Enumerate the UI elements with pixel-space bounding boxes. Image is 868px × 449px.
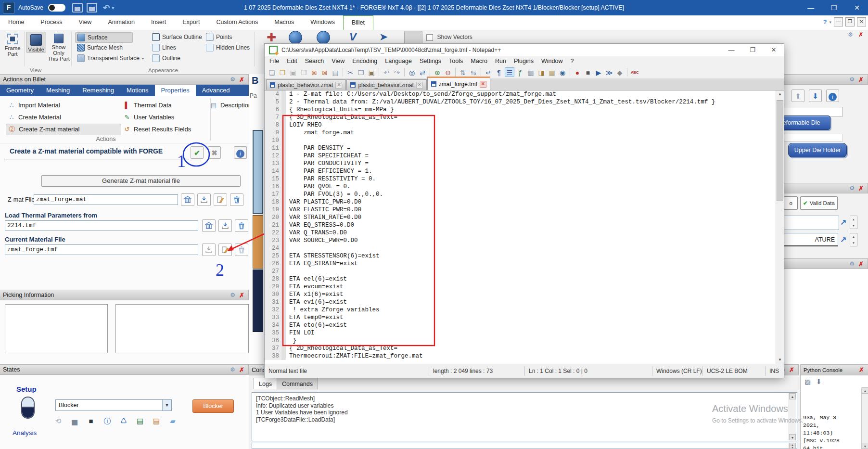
viewport-state-icon[interactable]: ■ bbox=[86, 416, 96, 426]
notepad-menu-item[interactable]: Settings bbox=[416, 56, 445, 66]
die-part-navy[interactable] bbox=[253, 269, 263, 332]
show-only-this-part-button[interactable]: Show Only This Part bbox=[47, 32, 70, 62]
expand-icon[interactable]: ↗ bbox=[840, 235, 846, 244]
confirm-button[interactable]: ✔ bbox=[191, 146, 204, 159]
scroll-up-icon[interactable]: ▲ bbox=[776, 90, 784, 98]
notepad-menu-item[interactable]: File bbox=[266, 56, 283, 66]
frame-part-button[interactable]: Frame Part bbox=[3, 32, 22, 57]
save-icon[interactable]: ▣ bbox=[288, 67, 298, 77]
panel-options-icon[interactable]: ⚙ bbox=[230, 76, 235, 83]
panel-options-icon[interactable]: ⚙ bbox=[849, 76, 855, 83]
panel-close-icon[interactable]: ✗ bbox=[239, 366, 244, 373]
indent-guide-icon[interactable]: ☰ bbox=[505, 67, 514, 77]
actions-tab[interactable]: Advanced bbox=[196, 85, 236, 96]
copy-icon[interactable]: ❐ bbox=[356, 67, 366, 77]
surface-button[interactable]: Surface bbox=[75, 32, 133, 43]
upper-die-holder-button[interactable]: Upper Die Holder bbox=[788, 143, 847, 157]
mdi-close-icon[interactable]: ✕ bbox=[857, 17, 866, 26]
export-excel-icon[interactable]: ▤ bbox=[135, 416, 145, 426]
tab-commands[interactable]: Commands bbox=[277, 378, 318, 389]
sync-scroll-v-icon[interactable]: ⇅ bbox=[458, 67, 468, 77]
word-wrap-icon[interactable]: ↵ bbox=[484, 67, 493, 77]
notepad-menu-item[interactable]: Tools bbox=[445, 56, 467, 66]
move-down-button[interactable]: ⬇ bbox=[809, 90, 822, 102]
show-vectors-checkbox[interactable] bbox=[426, 34, 433, 41]
ribbon-tab[interactable]: Home bbox=[0, 15, 32, 30]
import-material-button[interactable]: ∴ Import Material bbox=[6, 101, 121, 110]
notepad-maximize-button[interactable]: ❐ bbox=[742, 44, 763, 56]
doc-monitor-icon[interactable]: ◉ bbox=[558, 67, 567, 77]
doc-switcher-icon[interactable]: ◨ bbox=[536, 67, 546, 77]
mdi-restore-icon[interactable]: ❐ bbox=[845, 17, 855, 26]
refresh-states-icon[interactable]: ⟲ bbox=[53, 416, 64, 426]
folder-workspace-icon[interactable]: ▦ bbox=[547, 67, 557, 77]
function-list-icon[interactable]: ƒ bbox=[515, 67, 525, 77]
ribbon-tab[interactable]: Windows bbox=[302, 15, 343, 30]
histogram-icon[interactable]: ▅ bbox=[69, 416, 80, 426]
undo-icon[interactable]: ↶ bbox=[382, 67, 391, 77]
close-tab-icon[interactable]: ✕ bbox=[416, 82, 423, 89]
stop-macro-icon[interactable]: ■ bbox=[583, 67, 593, 77]
paste-icon[interactable]: ▣ bbox=[367, 67, 376, 77]
import-file-icon[interactable] bbox=[197, 193, 211, 206]
create-material-button[interactable]: ∴ Create Material bbox=[6, 113, 121, 122]
panel-close-icon[interactable]: ✗ bbox=[859, 366, 864, 373]
ribbon-tab[interactable]: Animation bbox=[100, 15, 143, 30]
ribbon-tab[interactable]: View bbox=[71, 15, 100, 30]
scroll-down-icon[interactable]: ▼ bbox=[776, 356, 784, 364]
notepad-menu-item[interactable]: Plugins bbox=[510, 56, 537, 66]
cancel-button[interactable]: ✖ bbox=[208, 146, 221, 159]
python-console-output[interactable]: 93a, May 32021,11:48:03)[MSC v.192864 bi… bbox=[803, 391, 840, 449]
ribbon-tab[interactable]: Insert bbox=[143, 15, 174, 30]
hidden-lines-button[interactable]: Hidden Lines bbox=[206, 43, 250, 52]
notepad-menu-item[interactable]: Window bbox=[537, 56, 566, 66]
current-material-input[interactable]: zmat_forge.tmf bbox=[5, 244, 198, 255]
zmat-file-input[interactable]: zmat_forge.mat bbox=[34, 194, 178, 205]
ribbon-tab[interactable]: Billet bbox=[343, 15, 373, 31]
editor-scrollbar[interactable]: ▲ ▼ bbox=[776, 90, 784, 364]
ribbon-tab[interactable]: Custom Actions bbox=[208, 15, 266, 30]
billet-capsule-icon[interactable] bbox=[21, 397, 35, 419]
actions-tab[interactable]: Geometry bbox=[0, 85, 40, 96]
doc-map-icon[interactable]: ▥ bbox=[526, 67, 536, 77]
move-up-button[interactable]: ⬆ bbox=[791, 90, 804, 102]
close-tab-icon[interactable]: ✕ bbox=[480, 81, 486, 88]
notepad-menu-item[interactable]: View bbox=[328, 56, 348, 66]
close-button[interactable]: ✕ bbox=[846, 0, 868, 15]
forge-app-icon[interactable]: F bbox=[3, 2, 14, 13]
chevron-down-icon[interactable]: ▼ bbox=[162, 400, 171, 411]
valid-data-button[interactable]: ✔ Valid Data bbox=[800, 196, 838, 210]
material-database-icon[interactable] bbox=[181, 193, 194, 206]
save-macro-icon[interactable]: ◆ bbox=[615, 67, 625, 77]
close-all-icon[interactable]: ⊠ bbox=[320, 67, 330, 77]
record-macro-icon[interactable]: ● bbox=[573, 67, 582, 77]
globe-2-icon[interactable] bbox=[317, 31, 330, 44]
notepad-menu-item[interactable]: Language bbox=[381, 56, 416, 66]
actions-tab[interactable]: Motions bbox=[120, 85, 155, 96]
scroll-up-icon[interactable]: ▲ bbox=[789, 393, 796, 399]
show-vectors-row[interactable]: Show Vectors bbox=[426, 34, 472, 41]
thermal-file-input[interactable]: 2214.tmf bbox=[5, 220, 198, 231]
python-scrollbar[interactable]: ▲ ▼ bbox=[861, 387, 868, 449]
vector-arrow-icon[interactable]: ➤ bbox=[379, 31, 388, 43]
ribbon-options-icon[interactable]: ⚙ bbox=[848, 31, 853, 38]
transparent-surface-caret-icon[interactable]: ▾ bbox=[142, 56, 144, 61]
ribbon-tab[interactable]: Process bbox=[32, 15, 70, 30]
visible-button[interactable]: Visible bbox=[26, 32, 46, 53]
spell-check-icon[interactable]: ABC bbox=[630, 67, 639, 77]
info-button[interactable]: i bbox=[826, 90, 839, 102]
surface-mesh-button[interactable]: Surface Mesh bbox=[77, 43, 123, 52]
zoom-out-icon[interactable]: ⊖ bbox=[443, 67, 453, 77]
delete-state-icon[interactable]: ♺ bbox=[118, 416, 129, 426]
export-chart-icon[interactable]: ▤ bbox=[151, 416, 162, 426]
spinner-2[interactable]: ▲▼ bbox=[850, 233, 857, 246]
replace-icon[interactable]: ⇄ bbox=[418, 67, 427, 77]
panel-close-icon[interactable]: ✗ bbox=[858, 185, 864, 192]
ribbon-close-icon[interactable]: ✗ bbox=[858, 31, 863, 38]
notepad-titlebar[interactable]: C:\Users\val\AppData\Local\Temp\TSV_TEMP… bbox=[265, 44, 784, 56]
undo-icon[interactable]: ↶ bbox=[103, 3, 110, 13]
generate-zmat-button[interactable]: Generate Z-mat material file bbox=[41, 175, 241, 187]
panel-close-icon[interactable]: ✗ bbox=[858, 260, 864, 268]
panel-options-icon[interactable]: ⚙ bbox=[230, 292, 235, 298]
find-icon[interactable]: ◎ bbox=[407, 67, 417, 77]
